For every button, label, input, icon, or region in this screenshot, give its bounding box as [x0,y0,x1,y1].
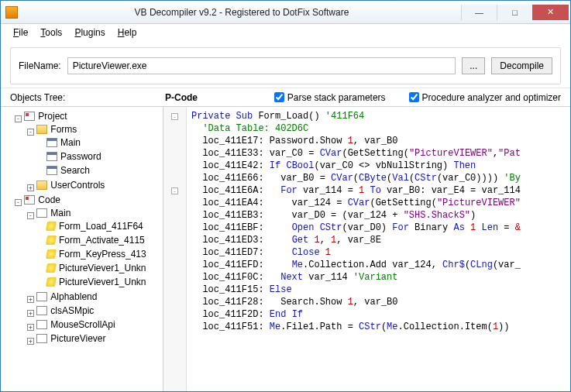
function-icon [46,222,57,231]
window-title: VB Decompiler v9.2 - Registered to DotFi… [22,7,461,18]
tree-code[interactable]: Code [24,194,60,205]
function-icon [46,236,57,245]
parse-stack-input[interactable] [274,92,284,102]
tree-forms[interactable]: Forms [36,124,77,135]
fold-icon[interactable]: - [171,113,178,120]
expand-icon[interactable]: + [27,338,34,345]
menu-plugins[interactable]: Plugins [70,26,109,40]
proc-analyzer-input[interactable] [409,92,419,102]
menu-file[interactable]: File [9,26,33,40]
pcode-label: P-Code [165,92,273,103]
module-icon [36,334,47,343]
expand-icon[interactable]: + [27,310,34,317]
tree-project[interactable]: Project [24,111,67,122]
objects-tree[interactable]: - Project - Forms Main Password Search +… [1,107,163,391]
expand-icon[interactable]: - [15,199,22,206]
expand-icon[interactable]: - [27,212,34,219]
menu-help[interactable]: Help [113,26,142,40]
folder-icon [36,125,47,134]
module-icon [36,320,47,329]
function-icon [46,263,57,273]
app-icon [5,6,18,19]
form-icon [46,152,57,161]
maximize-button[interactable]: □ [497,5,532,20]
tree-mousescrollapi[interactable]: MouseScrollApi [36,319,115,330]
expand-icon[interactable]: + [27,184,34,191]
decompile-button[interactable]: Decompile [491,57,552,74]
tree-form-main[interactable]: Main [46,137,81,148]
tree-fn-formkeypress[interactable]: Form_KeyPress_413 [46,249,146,260]
function-icon [46,277,57,287]
expand-icon[interactable]: + [27,324,34,331]
code-gutter: - - [163,107,187,391]
expand-icon[interactable]: + [27,296,34,303]
code-icon [24,195,35,205]
tree-pictureviever[interactable]: PictureViever [36,333,105,344]
tree-fn-pv1b[interactable]: PictureViever1_Unkn [46,277,146,287]
function-icon [46,249,57,259]
titlebar: VB Decompiler v9.2 - Registered to DotFi… [1,1,570,24]
tree-alphablend[interactable]: Alphablend [36,291,97,302]
browse-button[interactable]: ... [462,57,485,74]
parse-stack-checkbox[interactable]: Parse stack parameters [274,92,386,103]
module-icon [36,306,47,315]
objects-tree-label: Objects Tree: [10,92,165,103]
tree-code-main[interactable]: Main [36,208,71,218]
module-icon [36,208,47,218]
form-icon [46,138,57,147]
filename-input[interactable] [67,57,456,74]
main-area: - Project - Forms Main Password Search +… [1,106,570,391]
filename-label: FileName: [19,60,61,71]
proc-analyzer-checkbox[interactable]: Procedure analyzer and optimizer [409,92,561,103]
tree-form-search[interactable]: Search [46,165,90,176]
window-buttons: — □ ✕ [461,5,569,20]
module-icon [36,292,47,301]
fold-icon[interactable]: - [171,187,178,194]
tree-fn-formload[interactable]: Form_Load_411F64 [46,221,143,232]
tree-fn-formactivate[interactable]: Form_Activate_4115 [46,235,145,246]
close-button[interactable]: ✕ [532,5,569,20]
tree-fn-pv1a[interactable]: PictureViever1_Unkn [46,263,146,273]
expand-icon[interactable]: - [27,129,34,136]
expand-icon[interactable]: - [15,115,22,122]
filename-panel: FileName: ... Decompile [10,47,561,84]
tree-form-password[interactable]: Password [46,151,101,162]
project-icon [24,112,35,121]
minimize-button[interactable]: — [461,5,497,20]
code-panel: - - Private Sub Form_Load() '411F64 'Dat… [163,107,570,391]
tree-clsasmpic[interactable]: clsASMpic [36,305,94,316]
tree-usercontrols[interactable]: UserControls [36,180,105,191]
menu-tools[interactable]: Tools [36,26,67,40]
code-view[interactable]: Private Sub Form_Load() '411F64 'Data Ta… [187,107,570,391]
menubar: File Tools Plugins Help [1,24,570,41]
form-icon [46,166,57,175]
folder-icon [36,181,47,190]
header-row: Objects Tree: P-Code Parse stack paramet… [1,88,570,106]
